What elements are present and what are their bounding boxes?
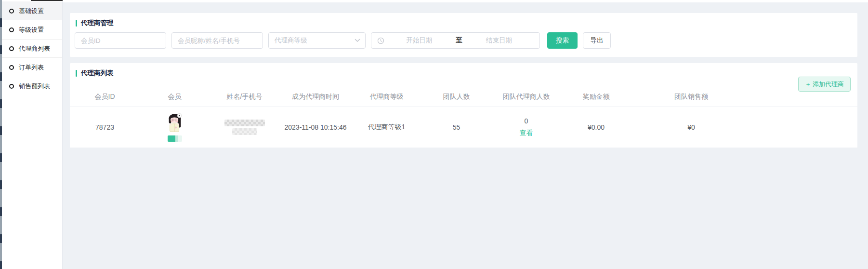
sidebar-item-level-settings[interactable]: 等级设置 (2, 20, 62, 39)
start-date-placeholder: 开始日期 (384, 36, 454, 45)
sidebar-item-label: 销售额列表 (19, 82, 50, 91)
cell-team-count: 55 (421, 107, 491, 148)
date-separator: 至 (454, 36, 464, 45)
cell-team-sales: ¥0 (631, 107, 751, 148)
export-button[interactable]: 导出 (583, 32, 611, 49)
section-accent-bar (76, 70, 77, 77)
col-name-phone: 姓名/手机号 (210, 89, 279, 107)
section-title-agent-list: 代理商列表 (70, 63, 857, 78)
add-agent-button[interactable]: ＋ 添加代理商 (798, 77, 851, 92)
cell-agent-level: 代理商等级1 (352, 107, 421, 148)
team-agent-count-value: 0 (525, 117, 528, 125)
add-agent-label: 添加代理商 (813, 80, 844, 89)
nickname-name-phone-input[interactable] (171, 32, 263, 49)
agent-table: 会员ID 会员 姓名/手机号 成为代理商时间 代理商等级 团队人数 团队代理商人… (70, 89, 857, 148)
circle-icon (9, 9, 14, 13)
sidebar-item-agent-list[interactable]: 代理商列表 (2, 39, 62, 58)
sidebar-item-basic-settings[interactable]: 基础设置 (2, 1, 62, 20)
circle-icon (9, 84, 14, 89)
cell-join-time: 2023-11-08 10:15:46 (279, 107, 352, 148)
end-date-placeholder: 结束日期 (464, 36, 534, 45)
table-row: 78723 (70, 107, 857, 148)
blurred-phone (232, 128, 257, 135)
col-reward-amount: 奖励金额 (561, 89, 631, 107)
blurred-name (224, 120, 265, 126)
col-team-agent-count: 团队代理商人数 (491, 89, 561, 107)
card-title: 代理商管理 (81, 19, 114, 27)
sidebar-item-label: 基础设置 (19, 7, 44, 15)
agent-list-card: 代理商列表 ＋ 添加代理商 会员ID 会员 姓名/手机号 成为代理商时间 代理商… (70, 63, 857, 148)
cell-reward-amount: ¥0.00 (561, 107, 631, 148)
circle-icon (9, 65, 14, 70)
clock-icon (377, 37, 384, 44)
col-team-sales: 团队销售额 (631, 89, 751, 107)
top-strip (63, 0, 868, 2)
member-avatar (166, 113, 184, 133)
view-link[interactable]: 查看 (520, 129, 533, 137)
plus-icon: ＋ (805, 80, 811, 89)
col-member-id: 会员ID (70, 89, 140, 107)
cell-name-phone (210, 107, 279, 148)
sidebar: 基础设置 等级设置 代理商列表 订单列表 销售额列表 (2, 0, 63, 269)
sidebar-item-label: 等级设置 (19, 26, 44, 34)
sidebar-top-divider (31, 0, 63, 1)
section-accent-bar (76, 20, 77, 27)
col-agent-level: 代理商等级 (352, 89, 421, 107)
search-button[interactable]: 搜索 (547, 32, 578, 49)
date-range-picker[interactable]: 开始日期 至 结束日期 (371, 32, 540, 49)
col-join-time: 成为代理商时间 (279, 89, 352, 107)
circle-icon (9, 46, 14, 51)
select-placeholder: 代理商等级 (275, 36, 307, 45)
agent-level-select[interactable]: 代理商等级 (268, 32, 366, 49)
card-title: 代理商列表 (81, 69, 114, 78)
chevron-down-icon (355, 39, 360, 42)
sidebar-item-label: 代理商列表 (19, 44, 50, 53)
cell-member (140, 107, 210, 148)
sidebar-item-sales-list[interactable]: 销售额列表 (2, 77, 62, 95)
sidebar-item-order-list[interactable]: 订单列表 (2, 58, 62, 77)
col-team-count: 团队人数 (421, 89, 491, 107)
cell-team-agent-count: 0 查看 (491, 107, 561, 148)
member-id-input[interactable] (75, 32, 166, 49)
table-header-row: 会员ID 会员 姓名/手机号 成为代理商时间 代理商等级 团队人数 团队代理商人… (70, 89, 857, 107)
sidebar-item-label: 订单列表 (19, 63, 44, 72)
cell-member-id: 78723 (70, 107, 140, 148)
col-member: 会员 (140, 89, 210, 107)
agent-management-card: 代理商管理 代理商等级 开始日期 至 结束日期 搜索 导出 (70, 13, 857, 57)
filter-row: 代理商等级 开始日期 至 结束日期 搜索 导出 (70, 27, 857, 49)
section-title-agent-management: 代理商管理 (70, 13, 857, 27)
circle-icon (9, 27, 14, 32)
member-level-badge-blurred (168, 135, 182, 142)
main-content: 代理商管理 代理商等级 开始日期 至 结束日期 搜索 导出 (63, 0, 868, 269)
